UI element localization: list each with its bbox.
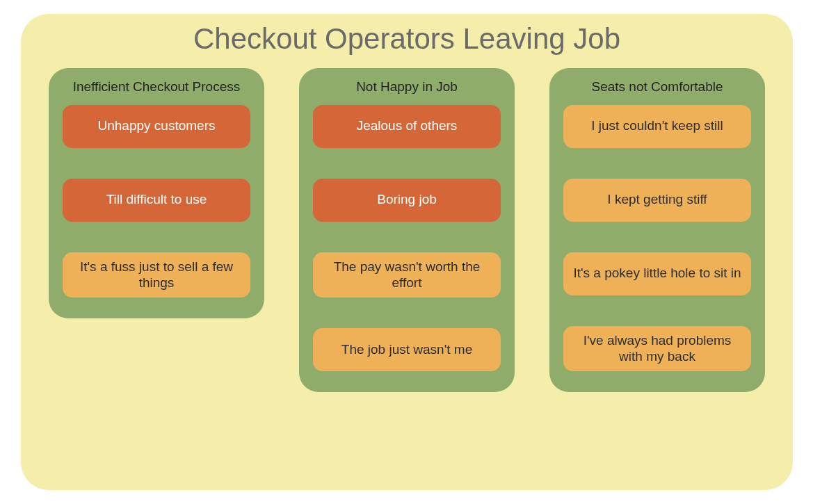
column-header: Seats not Comfortable — [563, 75, 751, 105]
column-header: Inefficient Checkout Process — [63, 75, 250, 105]
card-text: I just couldn't keep still — [591, 118, 723, 134]
card-text: It's a fuss just to sell a few things — [72, 259, 241, 291]
affinity-card: I kept getting stiff — [563, 179, 751, 222]
diagram-canvas: Checkout Operators Leaving Job Inefficie… — [21, 14, 793, 490]
card-text: Boring job — [377, 192, 437, 208]
card-text: Till difficult to use — [106, 192, 207, 208]
affinity-card: I've always had problems with my back — [563, 326, 751, 372]
affinity-card: It's a fuss just to sell a few things — [63, 252, 250, 298]
affinity-card: Unhappy customers — [63, 105, 250, 148]
column-header: Not Happy in Job — [313, 75, 501, 105]
column-inefficient-checkout: Inefficient Checkout Process Unhappy cus… — [49, 68, 264, 318]
columns-container: Inefficient Checkout Process Unhappy cus… — [49, 68, 765, 392]
card-text: The pay wasn't worth the effort — [323, 259, 491, 291]
card-text: I kept getting stiff — [607, 192, 707, 208]
card-text: Unhappy customers — [98, 118, 216, 134]
card-text: The job just wasn't me — [341, 342, 472, 358]
card-text: Jealous of others — [357, 118, 458, 134]
affinity-card: Boring job — [313, 179, 501, 222]
column-seats-not-comfortable: Seats not Comfortable I just couldn't ke… — [549, 68, 765, 392]
affinity-card: I just couldn't keep still — [563, 105, 751, 148]
affinity-card: Till difficult to use — [63, 179, 250, 222]
card-text: I've always had problems with my back — [573, 333, 741, 365]
affinity-card: Jealous of others — [313, 105, 501, 148]
affinity-card: It's a pokey little hole to sit in — [563, 252, 751, 295]
affinity-card: The pay wasn't worth the effort — [313, 252, 501, 298]
diagram-title: Checkout Operators Leaving Job — [49, 14, 765, 68]
card-text: It's a pokey little hole to sit in — [573, 266, 741, 282]
affinity-card: The job just wasn't me — [313, 328, 501, 371]
column-not-happy: Not Happy in Job Jealous of others Borin… — [299, 68, 515, 392]
